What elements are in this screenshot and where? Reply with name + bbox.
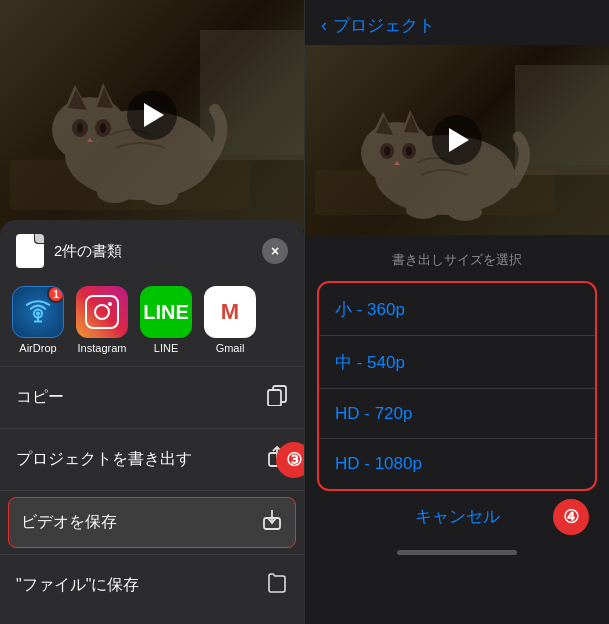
app-icon-gmail[interactable]: M Gmail [204,286,256,354]
divider-1 [0,366,304,367]
save-files-action-row[interactable]: "ファイル"に保存 [0,559,304,612]
export-project-label: プロジェクトを書き出す [16,449,266,470]
copy-action-row[interactable]: コピー [0,371,304,424]
video-bg-right [305,45,609,235]
cancel-row[interactable]: キャンセル ④ [305,491,609,542]
save-files-label: "ファイル"に保存 [16,575,266,596]
share-doc-icon [16,234,44,268]
save-video-action-row[interactable]: ビデオを保存 [8,497,296,548]
airdrop-label: AirDrop [19,342,56,354]
play-button-right[interactable] [432,115,482,165]
play-button-left[interactable] [127,90,177,140]
instagram-inner-icon [85,295,119,329]
line-text-icon: LINE [143,301,189,324]
svg-point-13 [97,183,133,203]
back-arrow-right[interactable]: ‹ [321,15,327,36]
app-icon-line[interactable]: LINE LINE [140,286,192,354]
home-indicator-right [397,550,517,555]
app-icon-airdrop[interactable]: 1 AirDrop [12,286,64,354]
gmail-m-icon: M [221,299,239,325]
export-options-list: 小 - 360p 中 - 540p HD - 720p HD - 1080p [317,281,597,491]
app-icons-row: 1 AirDrop Instagram LINE LINE [0,278,304,362]
save-files-icon [266,572,288,599]
step-3-badge: ③ [276,442,304,478]
airdrop-badge: 1 [47,286,64,303]
nav-bar-right: ‹ プロジェクト [305,0,609,45]
save-video-label: ビデオを保存 [21,512,261,533]
copy-label: コピー [16,387,266,408]
svg-point-11 [100,123,106,133]
svg-point-3 [52,97,128,163]
right-panel: ‹ プロジェクト [305,0,609,624]
play-icon-right [449,128,469,152]
gmail-label: Gmail [216,342,245,354]
export-project-action-row[interactable]: プロジェクトを書き出す ③ [0,433,304,486]
instagram-icon-container [76,286,128,338]
line-icon-container: LINE [140,286,192,338]
app-icon-instagram[interactable]: Instagram [76,286,128,354]
share-header: 2件の書類 × [0,220,304,278]
instagram-label: Instagram [78,342,127,354]
svg-point-14 [142,185,178,205]
divider-4 [0,554,304,555]
nav-title-right[interactable]: プロジェクト [333,14,435,37]
share-title: 2件の書類 [54,242,262,261]
export-hd1080-label: HD - 1080p [335,454,422,473]
svg-rect-41 [515,65,609,175]
video-preview-right [305,45,609,235]
svg-point-40 [448,203,482,221]
line-label: LINE [154,342,178,354]
svg-point-39 [406,201,440,219]
export-option-small[interactable]: 小 - 360p [319,283,595,336]
export-option-hd1080[interactable]: HD - 1080p [319,439,595,489]
instagram-dot [108,302,112,306]
export-medium-label: 中 - 540p [335,353,405,372]
export-title: 書き出しサイズを選択 [305,235,609,281]
share-close-button[interactable]: × [262,238,288,264]
svg-point-17 [36,312,40,316]
svg-rect-15 [200,30,304,160]
svg-rect-21 [268,390,281,406]
share-sheet: 2件の書類 × 1 AirDrop [0,220,304,624]
step-4-badge: ④ [553,499,589,535]
video-preview-left [0,0,304,230]
gmail-icon-container: M [204,286,256,338]
svg-point-37 [406,147,412,156]
cancel-label: キャンセル [415,507,500,526]
copy-icon [266,384,288,411]
divider-2 [0,428,304,429]
export-hd720-label: HD - 720p [335,404,412,423]
export-small-label: 小 - 360p [335,300,405,319]
export-container: 書き出しサイズを選択 小 - 360p 中 - 540p HD - 720p H… [305,235,609,624]
divider-3 [0,490,304,491]
video-bg-left [0,0,304,230]
play-icon-left [144,103,164,127]
svg-point-10 [77,123,83,133]
left-panel: 2件の書類 × 1 AirDrop [0,0,304,624]
export-option-hd720[interactable]: HD - 720p [319,389,595,439]
export-option-medium[interactable]: 中 - 540p [319,336,595,389]
svg-point-36 [384,147,390,156]
airdrop-icon-container: 1 [12,286,64,338]
save-video-icon [261,509,283,536]
